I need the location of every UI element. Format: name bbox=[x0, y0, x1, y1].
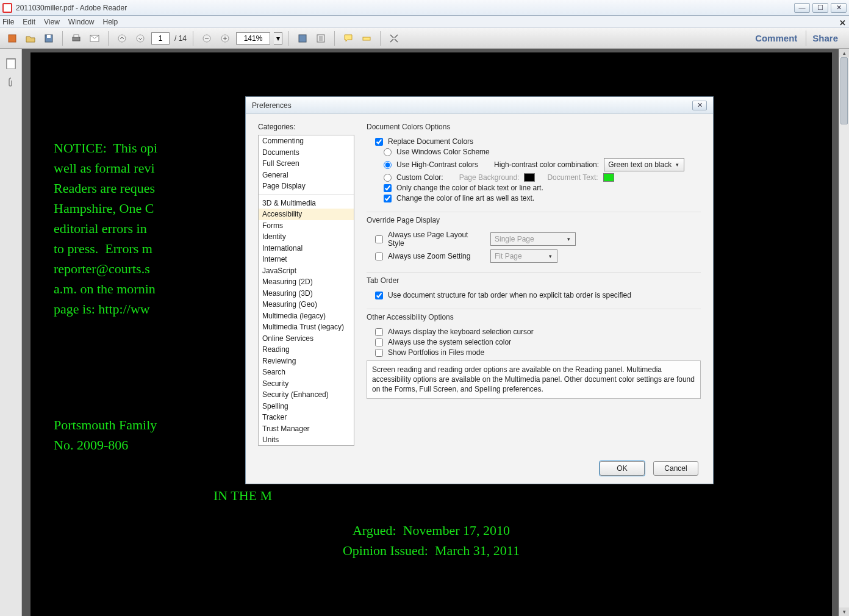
windows-scheme-label: Use Windows Color Scheme bbox=[396, 148, 490, 156]
category-item[interactable]: Documents bbox=[259, 147, 354, 159]
highlight-icon[interactable] bbox=[359, 31, 374, 46]
category-item[interactable]: Commenting bbox=[259, 135, 354, 147]
category-item[interactable]: Trust Manager bbox=[259, 423, 354, 435]
high-contrast-radio[interactable] bbox=[384, 161, 392, 169]
menu-view[interactable]: View bbox=[44, 18, 60, 26]
export-pdf-icon[interactable] bbox=[5, 31, 20, 46]
contrast-combo[interactable]: Green text on black▾ bbox=[604, 158, 684, 171]
category-item[interactable]: Measuring (3D) bbox=[259, 288, 354, 299]
category-item[interactable]: Multimedia Trust (legacy) bbox=[259, 321, 354, 333]
category-item[interactable]: Reading bbox=[259, 344, 354, 356]
category-item[interactable]: Security (Enhanced) bbox=[259, 389, 354, 401]
svg-point-7 bbox=[137, 35, 144, 42]
category-item[interactable]: Online Services bbox=[259, 333, 354, 345]
only-black-checkbox[interactable] bbox=[384, 184, 392, 192]
comment-panel-button[interactable]: Comment bbox=[749, 30, 803, 46]
category-divider bbox=[259, 195, 354, 195]
page-number-input[interactable] bbox=[151, 32, 170, 45]
category-item[interactable]: General bbox=[259, 170, 354, 181]
category-item[interactable]: Security bbox=[259, 378, 354, 390]
page-up-icon[interactable] bbox=[115, 31, 129, 46]
line-art-label: Change the color of line art as well as … bbox=[396, 194, 534, 202]
category-item[interactable]: Updater bbox=[259, 446, 354, 446]
page-layout-checkbox[interactable] bbox=[375, 235, 383, 243]
menu-edit[interactable]: Edit bbox=[23, 18, 35, 26]
nav-pane bbox=[0, 49, 22, 616]
category-item[interactable]: Search bbox=[259, 367, 354, 378]
open-icon[interactable] bbox=[23, 31, 38, 46]
thumbnails-icon[interactable] bbox=[5, 57, 17, 70]
email-icon[interactable] bbox=[87, 31, 102, 46]
svg-rect-0 bbox=[9, 35, 16, 42]
print-icon[interactable] bbox=[69, 31, 84, 46]
category-item[interactable]: Accessibility bbox=[259, 209, 354, 220]
high-contrast-label: Use High-Contrast colors bbox=[396, 160, 478, 169]
kb-cursor-checkbox[interactable] bbox=[375, 328, 383, 336]
windows-scheme-radio[interactable] bbox=[384, 148, 392, 156]
sys-color-checkbox[interactable] bbox=[375, 338, 383, 346]
custom-color-radio[interactable] bbox=[384, 174, 392, 182]
zoom-in-icon[interactable] bbox=[218, 31, 232, 46]
attachments-icon[interactable] bbox=[5, 77, 17, 89]
categories-label: Categories: bbox=[258, 123, 354, 131]
svg-rect-15 bbox=[319, 36, 323, 41]
category-item[interactable]: 3D & Multimedia bbox=[259, 198, 354, 209]
save-copy-icon[interactable] bbox=[295, 31, 310, 46]
category-item[interactable]: Measuring (2D) bbox=[259, 276, 354, 288]
page-down-icon[interactable] bbox=[133, 31, 148, 46]
ok-button[interactable]: OK bbox=[600, 461, 645, 476]
category-item[interactable]: International bbox=[259, 243, 354, 254]
dialog-title: Preferences bbox=[252, 101, 292, 110]
portfolios-checkbox[interactable] bbox=[375, 349, 383, 357]
category-item[interactable]: Reviewing bbox=[259, 356, 354, 367]
close-button[interactable]: ✕ bbox=[831, 3, 847, 13]
share-panel-button[interactable]: Share bbox=[806, 30, 844, 46]
zoom-setting-dropdown: Fit Page▾ bbox=[490, 249, 557, 263]
category-item[interactable]: JavaScript bbox=[259, 265, 354, 277]
category-item[interactable]: Full Screen bbox=[259, 158, 354, 170]
minimize-button[interactable]: — bbox=[794, 3, 810, 13]
category-item[interactable]: Multimedia (legacy) bbox=[259, 310, 354, 322]
replace-colors-checkbox[interactable] bbox=[375, 138, 383, 146]
scroll-thumb[interactable] bbox=[840, 57, 848, 124]
zoom-dropdown-icon[interactable]: ▾ bbox=[274, 32, 282, 45]
save-icon[interactable] bbox=[41, 31, 56, 46]
dialog-titlebar: Preferences ✕ bbox=[246, 97, 713, 114]
kb-cursor-label: Always display the keyboard selection cu… bbox=[388, 328, 534, 336]
category-item[interactable]: Page Display bbox=[259, 181, 354, 192]
category-item[interactable]: Spelling bbox=[259, 401, 354, 412]
tab-order-group: Tab Order Use document structure for tab… bbox=[367, 272, 701, 309]
menu-file[interactable]: File bbox=[2, 18, 14, 26]
category-item[interactable]: Tracker bbox=[259, 412, 354, 423]
comment-bubble-icon[interactable] bbox=[341, 31, 356, 46]
category-item[interactable]: Forms bbox=[259, 220, 354, 232]
scroll-down-icon[interactable]: ▾ bbox=[839, 607, 849, 616]
scroll-up-icon[interactable]: ▴ bbox=[839, 49, 849, 57]
maximize-button[interactable]: ☐ bbox=[812, 3, 828, 13]
svg-rect-2 bbox=[47, 35, 51, 38]
tab-order-checkbox[interactable] bbox=[375, 292, 383, 299]
page-bg-swatch[interactable] bbox=[524, 173, 535, 182]
category-item[interactable]: Identity bbox=[259, 231, 354, 243]
override-display-group: Override Page Display Always use Page La… bbox=[367, 212, 701, 272]
category-item[interactable]: Measuring (Geo) bbox=[259, 299, 354, 310]
page-layout-value: Single Page bbox=[495, 235, 534, 243]
line-art-checkbox[interactable] bbox=[384, 195, 392, 202]
cancel-button[interactable]: Cancel bbox=[653, 461, 698, 476]
close-document-icon[interactable]: ✕ bbox=[839, 18, 846, 27]
menu-window[interactable]: Window bbox=[68, 18, 95, 26]
category-item[interactable]: Internet bbox=[259, 254, 354, 265]
categories-list[interactable]: CommentingDocumentsFull ScreenGeneralPag… bbox=[258, 135, 354, 446]
zoom-out-icon[interactable] bbox=[199, 31, 214, 46]
fit-page-icon[interactable] bbox=[313, 31, 328, 46]
vertical-scrollbar[interactable]: ▴ ▾ bbox=[839, 49, 849, 616]
group-title: Other Accessibility Options bbox=[367, 313, 701, 321]
category-item[interactable]: Units bbox=[259, 434, 354, 446]
zoom-input[interactable] bbox=[236, 32, 270, 45]
doc-text-swatch[interactable] bbox=[603, 173, 614, 182]
read-mode-icon[interactable] bbox=[387, 31, 401, 46]
pdf-icon bbox=[2, 3, 12, 13]
menu-help[interactable]: Help bbox=[103, 18, 118, 26]
zoom-setting-checkbox[interactable] bbox=[375, 252, 383, 260]
dialog-close-button[interactable]: ✕ bbox=[692, 101, 707, 110]
